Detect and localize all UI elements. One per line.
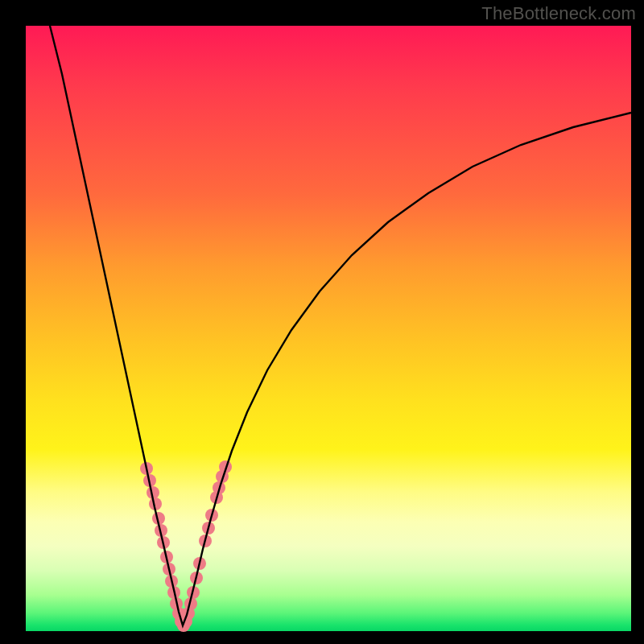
plot-area — [26, 26, 631, 631]
curve-layer — [26, 26, 631, 631]
chart-frame: TheBottleneck.com — [0, 0, 644, 644]
marker-dots — [140, 460, 232, 632]
watermark-text: TheBottleneck.com — [481, 3, 636, 24]
bottleneck-curve — [50, 26, 631, 625]
